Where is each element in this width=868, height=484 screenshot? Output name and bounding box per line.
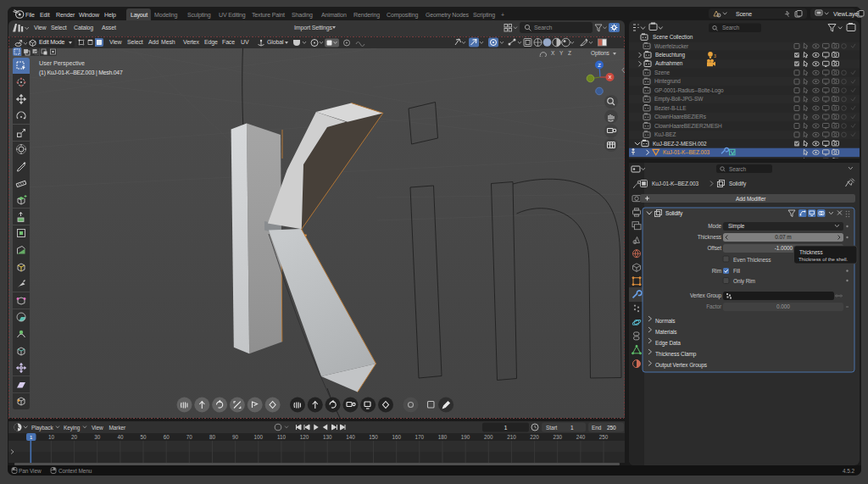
svg-text:40: 40 bbox=[117, 434, 124, 440]
svg-text:70: 70 bbox=[186, 434, 193, 440]
svg-text:200: 200 bbox=[484, 434, 493, 440]
svg-text:240: 240 bbox=[576, 434, 586, 440]
svg-text:140: 140 bbox=[346, 434, 355, 440]
svg-text:30: 30 bbox=[94, 434, 101, 440]
svg-text:120: 120 bbox=[300, 434, 309, 440]
svg-text:Z: Z bbox=[598, 63, 601, 68]
svg-text:60: 60 bbox=[164, 434, 170, 440]
svg-text:190: 190 bbox=[461, 434, 470, 440]
svg-text:210: 210 bbox=[507, 434, 516, 440]
svg-text:10: 10 bbox=[48, 434, 55, 440]
svg-text:220: 220 bbox=[530, 434, 539, 440]
svg-text:X: X bbox=[608, 75, 611, 80]
svg-text:230: 230 bbox=[553, 434, 562, 440]
svg-text:180: 180 bbox=[438, 434, 448, 440]
svg-text:50: 50 bbox=[140, 434, 147, 440]
svg-text:3: 3 bbox=[714, 53, 716, 58]
svg-text:160: 160 bbox=[392, 434, 401, 440]
svg-text:110: 110 bbox=[277, 434, 287, 440]
svg-text:130: 130 bbox=[323, 434, 332, 440]
svg-text:20: 20 bbox=[71, 434, 78, 440]
svg-text:100: 100 bbox=[254, 434, 264, 440]
svg-text:170: 170 bbox=[415, 434, 425, 440]
svg-text:90: 90 bbox=[232, 434, 239, 440]
svg-text:80: 80 bbox=[209, 434, 216, 440]
svg-text:150: 150 bbox=[369, 434, 378, 440]
svg-text:250: 250 bbox=[599, 434, 609, 440]
